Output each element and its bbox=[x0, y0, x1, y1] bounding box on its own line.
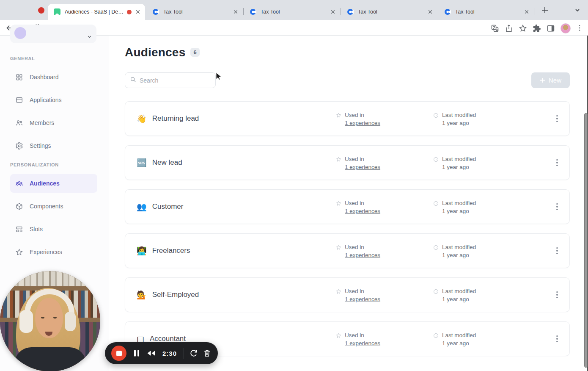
scrollbar-thumb[interactable] bbox=[584, 113, 588, 368]
sidebar-item-dashboard[interactable]: Dashboard bbox=[10, 68, 97, 86]
audience-row-customer[interactable]: 👥 Customer Used in 1 experiences Last mo… bbox=[125, 189, 570, 224]
used-in-column: Used in 1 experiences bbox=[336, 111, 380, 127]
used-in-column: Used in 1 experiences bbox=[336, 287, 380, 303]
translate-icon[interactable] bbox=[491, 24, 500, 33]
experiences-link[interactable]: 1 experiences bbox=[345, 339, 380, 347]
row-menu-button[interactable] bbox=[552, 156, 563, 169]
tab-audiences[interactable]: Audiences - SaaS | Demo bbox=[48, 4, 145, 20]
sidebar-item-applications[interactable]: Applications bbox=[10, 91, 97, 109]
profile-avatar[interactable] bbox=[561, 23, 571, 33]
sidebar-item-settings[interactable]: Settings bbox=[10, 136, 97, 155]
last-modified-value: 1 year ago bbox=[442, 339, 476, 347]
audience-name: Customer bbox=[152, 202, 184, 211]
last-modified-column: Last modified 1 year ago bbox=[433, 111, 476, 127]
tab-divider bbox=[438, 8, 438, 15]
star-icon bbox=[336, 156, 341, 162]
audience-row-self-employed[interactable]: 💁 Self-Employed Used in 1 experiences La… bbox=[125, 277, 570, 312]
tab-title: Audiences - SaaS | Demo bbox=[65, 9, 124, 15]
close-tab-icon[interactable] bbox=[426, 8, 434, 16]
last-modified-value: 1 year ago bbox=[442, 119, 476, 127]
row-menu-button[interactable] bbox=[552, 200, 563, 213]
search-icon bbox=[130, 76, 136, 84]
audiences-icon bbox=[15, 180, 23, 188]
search-input[interactable] bbox=[140, 77, 203, 84]
delete-recording-button[interactable] bbox=[203, 349, 211, 357]
search-box[interactable] bbox=[125, 72, 216, 88]
experiences-link[interactable]: 1 experiences bbox=[345, 295, 380, 303]
dashboard-icon bbox=[15, 73, 23, 81]
webcam-overlay[interactable] bbox=[0, 271, 100, 371]
webcam-headphones-earcup bbox=[19, 310, 33, 333]
experiences-link[interactable]: 1 experiences bbox=[345, 207, 380, 215]
last-modified-column: Last modified 1 year ago bbox=[433, 243, 476, 259]
extensions-puzzle-icon[interactable] bbox=[533, 24, 541, 33]
tab-divider bbox=[535, 8, 535, 15]
sidebar-item-slots[interactable]: Slots bbox=[10, 220, 97, 238]
browser-menu-kebab-icon[interactable] bbox=[576, 24, 585, 33]
stop-recording-button[interactable] bbox=[111, 346, 126, 361]
audience-row-new-lead[interactable]: 🆕 New lead Used in 1 experiences Last mo… bbox=[125, 145, 570, 180]
clock-icon bbox=[433, 288, 439, 294]
tax-tool-favicon bbox=[152, 8, 159, 15]
last-modified-label: Last modified bbox=[442, 331, 476, 339]
webcam-person-eye bbox=[53, 317, 57, 318]
browser-window: Audiences - SaaS | Demo Tax Tool Tax Too… bbox=[0, 0, 588, 371]
clock-icon bbox=[433, 244, 439, 250]
experiences-link[interactable]: 1 experiences bbox=[345, 251, 380, 259]
audience-row-freelancers[interactable]: 👩‍💻 Freelancers Used in 1 experiences La… bbox=[125, 233, 570, 268]
webcam-headphones-earcup bbox=[65, 312, 76, 331]
experiences-link[interactable]: 1 experiences bbox=[345, 163, 380, 171]
last-modified-column: Last modified 1 year ago bbox=[433, 287, 476, 303]
close-tab-icon[interactable] bbox=[232, 8, 239, 16]
audience-name: New lead bbox=[152, 158, 182, 167]
new-audience-button[interactable]: New bbox=[531, 72, 570, 88]
pause-button[interactable] bbox=[134, 350, 140, 357]
share-icon[interactable] bbox=[505, 24, 514, 33]
sidebar-item-label: Components bbox=[30, 203, 63, 210]
star-icon bbox=[336, 288, 341, 294]
new-button-label: New bbox=[549, 77, 561, 84]
tab-title: Tax Tool bbox=[163, 9, 232, 15]
clock-icon bbox=[433, 156, 439, 162]
tax-tool-favicon bbox=[250, 8, 256, 15]
restart-recording-button[interactable] bbox=[190, 349, 198, 357]
bookmark-star-icon[interactable] bbox=[519, 24, 528, 33]
sidebar-item-experiences[interactable]: Experiences bbox=[10, 243, 97, 261]
audience-row-returning-lead[interactable]: 👋 Returning lead Used in 1 experiences L… bbox=[125, 101, 570, 136]
sidebar-item-members[interactable]: Members bbox=[10, 114, 97, 132]
close-tab-icon[interactable] bbox=[329, 8, 336, 16]
sidebar-item-label: Dashboard bbox=[30, 74, 59, 80]
audience-count-badge: 6 bbox=[190, 48, 199, 57]
tab-tax-tool-3[interactable]: Tax Tool bbox=[341, 4, 437, 20]
webcam-person-eye bbox=[41, 317, 44, 318]
tax-tool-favicon bbox=[444, 8, 451, 15]
audience-emoji: 👩‍💻 bbox=[137, 247, 147, 255]
experiences-link[interactable]: 1 experiences bbox=[345, 119, 380, 127]
tab-divider bbox=[243, 8, 244, 15]
row-menu-button[interactable] bbox=[552, 332, 563, 345]
recording-indicator-dot bbox=[38, 7, 44, 14]
row-menu-button[interactable] bbox=[552, 112, 563, 125]
used-in-label: Used in bbox=[345, 155, 364, 163]
tab-tax-tool-4[interactable]: Tax Tool bbox=[438, 4, 534, 20]
chevron-down-icon[interactable] bbox=[87, 33, 92, 38]
sidebar-item-label: Members bbox=[30, 119, 54, 126]
sidebar-item-label: Slots bbox=[30, 226, 43, 233]
star-icon bbox=[336, 200, 341, 206]
sidebar-item-audiences[interactable]: Audiences bbox=[10, 174, 97, 193]
rewind-button[interactable] bbox=[147, 350, 156, 356]
row-menu-button[interactable] bbox=[552, 288, 563, 301]
new-tab-button[interactable] bbox=[541, 6, 549, 14]
applications-icon bbox=[15, 96, 23, 104]
workspace-selector[interactable] bbox=[10, 25, 96, 43]
tab-search-chevron-icon[interactable] bbox=[574, 7, 581, 14]
tab-tax-tool-2[interactable]: Tax Tool bbox=[244, 4, 340, 20]
row-menu-button[interactable] bbox=[552, 244, 563, 257]
tab-tax-tool-1[interactable]: Tax Tool bbox=[146, 4, 243, 20]
close-tab-icon[interactable] bbox=[134, 8, 141, 16]
sidebar-item-components[interactable]: Components bbox=[10, 197, 97, 216]
close-tab-icon[interactable] bbox=[523, 8, 530, 16]
last-modified-value: 1 year ago bbox=[442, 163, 476, 171]
side-panel-icon[interactable] bbox=[547, 24, 555, 33]
recording-timer: 2:30 bbox=[162, 350, 177, 357]
